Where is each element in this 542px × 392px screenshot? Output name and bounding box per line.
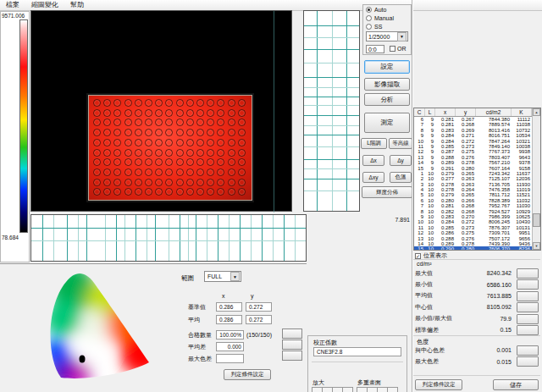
radio-option-ss[interactable]: SS: [366, 23, 411, 30]
range-row-label: 平均: [188, 316, 216, 324]
measure-point-icon: [176, 149, 184, 157]
or-checkbox[interactable]: [390, 46, 395, 52]
pass-count-detail: (150/150): [246, 332, 272, 338]
measure-point-icon: [155, 139, 163, 146]
stat-detail-button[interactable]: [517, 325, 539, 335]
table-scrollbar[interactable]: ▲ ▼: [532, 108, 540, 250]
contour-button[interactable]: 等高線: [389, 138, 412, 149]
range-side-button[interactable]: [282, 329, 302, 339]
measure-point-icon: [124, 139, 132, 146]
measure-point-icon: [124, 188, 132, 196]
zoom-grid[interactable]: [312, 387, 352, 392]
measure-point-icon: [196, 129, 204, 136]
stat-value: 0.015: [474, 359, 512, 365]
scroll-down-icon[interactable]: ▼: [533, 242, 540, 250]
judge-condition-button[interactable]: 判定條件設定: [415, 379, 462, 390]
measure-point-icon: [93, 129, 101, 136]
scrollbar-thumb[interactable]: [533, 213, 540, 227]
radio-option-auto[interactable]: Auto: [366, 6, 411, 14]
stat-detail-button[interactable]: [517, 291, 539, 301]
radio-label: Manual: [374, 15, 394, 21]
radio-option-manual[interactable]: Manual: [366, 14, 411, 22]
stat-value: 8240.342: [474, 270, 512, 276]
calibration-lens-field[interactable]: CNE3F2.8: [313, 347, 401, 356]
settings-button[interactable]: 設定: [364, 60, 410, 74]
shutter-speed-select[interactable]: 1/25000 ▼: [366, 31, 408, 41]
measure-point-icon: [196, 139, 204, 146]
stat-value: 79.9: [474, 316, 512, 322]
stat-detail-button[interactable]: [517, 345, 539, 356]
delta-y-button[interactable]: Δy: [390, 155, 412, 166]
luminance-distribution-button[interactable]: 輝度分佈: [362, 186, 412, 198]
delta-x-button[interactable]: Δx: [362, 155, 384, 166]
measurement-image-view[interactable]: [30, 10, 292, 212]
table-row[interactable]: 15100.2900.2807606.3708236: [414, 246, 540, 251]
stat-detail-button[interactable]: [517, 302, 539, 312]
stat-detail-button[interactable]: [517, 268, 539, 279]
radio-icon[interactable]: [366, 24, 372, 30]
panel-splitter[interactable]: [0, 263, 307, 264]
range-select[interactable]: FULL ▼: [204, 271, 241, 282]
gain-field[interactable]: 0:0: [366, 45, 384, 53]
measure-point-icon: [238, 139, 246, 146]
stat-row: 最大值8240.342: [415, 268, 540, 279]
measure-point-icon: [196, 158, 204, 166]
measure-point-icon: [228, 149, 235, 157]
measure-point-icon: [145, 188, 152, 196]
save-button[interactable]: 儲存: [493, 379, 539, 390]
measure-point-icon: [186, 179, 194, 186]
position-display-checkbox[interactable]: ✓: [415, 253, 421, 259]
measure-button[interactable]: 測定: [364, 113, 410, 133]
max-diff-row: 最大色差: [188, 353, 246, 364]
measure-point-icon: [186, 158, 194, 166]
stat-detail-button[interactable]: [517, 279, 539, 290]
radio-icon[interactable]: [366, 7, 372, 13]
measure-point-icon: [165, 188, 173, 196]
measure-point-icon: [207, 119, 214, 126]
measure-point-icon: [238, 149, 246, 157]
or-checkbox-label: OR: [397, 46, 406, 52]
menu-item[interactable]: 檔案: [0, 0, 25, 10]
multi-screen-grid[interactable]: [357, 387, 397, 392]
measure-point-icon: [113, 149, 121, 157]
range-row: 基準值0.2860.272: [188, 301, 290, 313]
measure-point-icon: [196, 99, 204, 107]
l-gradation-button[interactable]: L階調: [361, 138, 387, 149]
measure-point-icon: [135, 168, 142, 176]
stat-label: 中心值: [415, 303, 474, 312]
measure-point-icon: [135, 188, 142, 196]
table-body: 690.2810.2677844.38011112790.2810.268788…: [414, 117, 540, 251]
stat-detail-button[interactable]: [517, 314, 539, 324]
range-y-value: 0.272: [246, 302, 272, 312]
chevron-down-icon[interactable]: ▼: [397, 32, 406, 41]
radio-icon[interactable]: [366, 15, 372, 21]
range-side-button[interactable]: [282, 351, 302, 361]
color-temp-button[interactable]: 色溫: [390, 172, 412, 183]
range-judge-condition-button[interactable]: 判定條件設定: [224, 369, 271, 380]
measure-point-icon: [113, 179, 121, 186]
menu-item[interactable]: 縮圖變化: [25, 0, 64, 10]
menu-item[interactable]: 幫助: [64, 0, 90, 10]
measure-point-icon: [93, 188, 101, 196]
measure-point-icon: [176, 158, 184, 166]
scroll-up-icon[interactable]: ▲: [533, 108, 540, 116]
capture-button[interactable]: 影像擷取: [364, 78, 410, 91]
measure-point-icon: [207, 139, 214, 146]
table-cell: 10: [425, 246, 435, 251]
avg-diff-label: 平均差: [188, 343, 216, 351]
measure-point-icon: [238, 119, 246, 126]
measure-point-icon: [145, 129, 152, 136]
table-header-cell: K: [512, 108, 532, 116]
measure-point-icon: [217, 129, 224, 136]
delta-xy-button[interactable]: Δxy: [362, 172, 384, 183]
stat-detail-button[interactable]: [517, 356, 539, 367]
measure-point-icon: [196, 179, 204, 186]
measure-point-icon: [155, 149, 163, 157]
analyze-button[interactable]: 分析: [364, 93, 410, 106]
exposure-control-group: AutoManualSS 1/25000 ▼ 0:0 OR: [362, 4, 412, 55]
chevron-down-icon[interactable]: ▼: [230, 272, 240, 281]
measure-point-icon: [196, 119, 204, 126]
stat-label: 最小值/最大值: [415, 314, 474, 323]
measure-point-icon: [155, 188, 163, 196]
range-side-button[interactable]: [282, 340, 302, 350]
